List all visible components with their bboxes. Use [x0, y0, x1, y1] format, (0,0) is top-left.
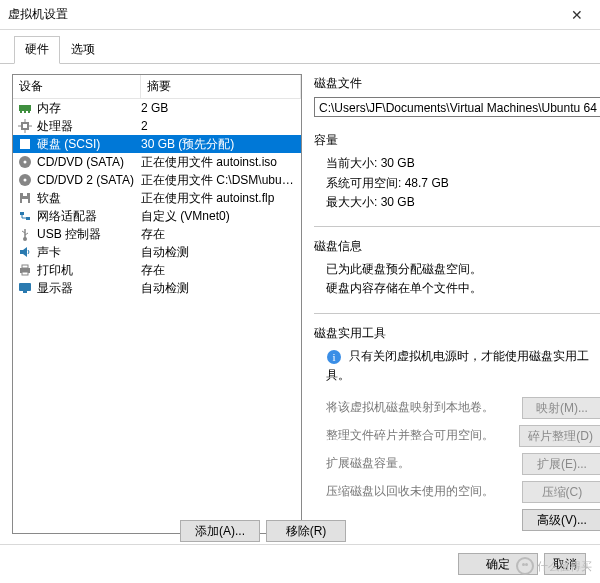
current-size: 当前大小: 30 GB	[314, 154, 600, 173]
tool-expand: 扩展磁盘容量。 扩展(E)...	[314, 453, 600, 475]
device-name: 处理器	[37, 118, 73, 135]
advanced-row: 高级(V)...	[314, 509, 600, 531]
window-title: 虚拟机设置	[8, 6, 68, 23]
usb-icon	[17, 227, 33, 241]
ok-button[interactable]: 确定	[458, 553, 538, 575]
tool-map: 将该虚拟机磁盘映射到本地卷。 映射(M)...	[314, 397, 600, 419]
device-row[interactable]: 显示器自动检测	[13, 279, 301, 297]
svg-rect-25	[22, 265, 28, 268]
capacity-title: 容量	[314, 131, 600, 150]
titlebar: 虚拟机设置 ✕	[0, 0, 600, 30]
device-row[interactable]: 硬盘 (SCSI)30 GB (预先分配)	[13, 135, 301, 153]
svg-rect-0	[19, 105, 31, 111]
device-row[interactable]: 处理器2	[13, 117, 301, 135]
tool-defrag: 整理文件碎片并整合可用空间。 碎片整理(D)	[314, 425, 600, 447]
cpu-icon	[17, 119, 33, 133]
device-name: 网络适配器	[37, 208, 97, 225]
disk-info-title: 磁盘信息	[314, 237, 600, 256]
svg-rect-19	[22, 199, 28, 203]
disk-file-title: 磁盘文件	[314, 74, 600, 93]
svg-text:i: i	[332, 351, 335, 363]
close-button[interactable]: ✕	[554, 0, 600, 30]
detail-pane: 磁盘文件 C:\Users\JF\Documents\Virtual Machi…	[314, 74, 600, 534]
svg-rect-2	[24, 111, 26, 113]
utilities-title: 磁盘实用工具	[314, 324, 600, 343]
disk-file-path[interactable]: C:\Users\JF\Documents\Virtual Machines\U…	[314, 97, 600, 117]
device-summary: 正在使用文件 C:\DSM\ubuntu-...	[141, 172, 301, 189]
device-row[interactable]: 打印机存在	[13, 261, 301, 279]
cd-icon	[17, 173, 33, 187]
device-name: 硬盘 (SCSI)	[37, 136, 100, 153]
device-name: 软盘	[37, 190, 61, 207]
col-device[interactable]: 设备	[13, 75, 141, 98]
defrag-button[interactable]: 碎片整理(D)	[519, 425, 600, 447]
tool-compact: 压缩磁盘以回收未使用的空间。 压缩(C)	[314, 481, 600, 503]
expand-button[interactable]: 扩展(E)...	[522, 453, 600, 475]
col-summary[interactable]: 摘要	[141, 75, 301, 98]
device-summary: 存在	[141, 262, 301, 279]
group-disk-info: 磁盘信息 已为此硬盘预分配磁盘空间。 硬盘内容存储在单个文件中。	[314, 237, 600, 299]
map-button[interactable]: 映射(M)...	[522, 397, 600, 419]
device-summary: 自动检测	[141, 280, 301, 297]
free-space: 系统可用空间: 48.7 GB	[314, 174, 600, 193]
utilities-tip: i 只有关闭虚拟机电源时，才能使用磁盘实用工具。	[314, 347, 600, 385]
separator	[314, 313, 600, 314]
tab-hardware[interactable]: 硬件	[14, 36, 60, 64]
group-capacity: 容量 当前大小: 30 GB 系统可用空间: 48.7 GB 最大大小: 30 …	[314, 131, 600, 212]
device-row[interactable]: 声卡自动检测	[13, 243, 301, 261]
device-name: 内存	[37, 100, 61, 117]
svg-rect-3	[28, 111, 30, 113]
svg-point-12	[24, 143, 26, 145]
svg-rect-26	[22, 272, 28, 275]
svg-point-16	[24, 179, 27, 182]
device-name: 显示器	[37, 280, 73, 297]
device-rows: 内存2 GB处理器2硬盘 (SCSI)30 GB (预先分配)CD/DVD (S…	[13, 99, 301, 533]
tabs: 硬件 选项	[0, 36, 600, 64]
svg-rect-5	[23, 124, 27, 128]
svg-rect-1	[20, 111, 22, 113]
device-row[interactable]: USB 控制器存在	[13, 225, 301, 243]
device-summary: 2 GB	[141, 101, 301, 115]
svg-point-14	[24, 161, 27, 164]
info-icon: i	[326, 349, 342, 365]
memory-icon	[17, 101, 33, 115]
device-summary: 正在使用文件 autoinst.flp	[141, 190, 301, 207]
svg-rect-18	[23, 193, 27, 196]
svg-rect-21	[26, 217, 30, 220]
device-summary: 存在	[141, 226, 301, 243]
content: 设备 摘要 内存2 GB处理器2硬盘 (SCSI)30 GB (预先分配)CD/…	[0, 64, 600, 534]
disk-icon	[17, 137, 33, 151]
add-button[interactable]: 添加(A)...	[180, 520, 260, 542]
device-row[interactable]: CD/DVD 2 (SATA)正在使用文件 C:\DSM\ubuntu-...	[13, 171, 301, 189]
device-name: USB 控制器	[37, 226, 101, 243]
list-header: 设备 摘要	[13, 75, 301, 99]
device-name: CD/DVD 2 (SATA)	[37, 173, 134, 187]
tab-options[interactable]: 选项	[60, 36, 106, 64]
device-name: CD/DVD (SATA)	[37, 155, 124, 169]
device-row[interactable]: 内存2 GB	[13, 99, 301, 117]
dialog-buttons: 确定 取消	[0, 544, 600, 583]
disk-info-line1: 已为此硬盘预分配磁盘空间。	[314, 260, 600, 279]
device-summary: 2	[141, 119, 301, 133]
device-summary: 正在使用文件 autoinst.iso	[141, 154, 301, 171]
floppy-icon	[17, 191, 33, 205]
compact-button[interactable]: 压缩(C)	[522, 481, 600, 503]
advanced-button[interactable]: 高级(V)...	[522, 509, 600, 531]
group-utilities: 磁盘实用工具 i 只有关闭虚拟机电源时，才能使用磁盘实用工具。 将该虚拟机磁盘映…	[314, 324, 600, 532]
max-size: 最大大小: 30 GB	[314, 193, 600, 212]
disk-info-line2: 硬盘内容存储在单个文件中。	[314, 279, 600, 298]
printer-icon	[17, 263, 33, 277]
device-row[interactable]: 软盘正在使用文件 autoinst.flp	[13, 189, 301, 207]
device-buttons: 添加(A)... 移除(R)	[180, 520, 346, 542]
device-summary: 自定义 (VMnet0)	[141, 208, 301, 225]
separator	[314, 226, 600, 227]
cd-icon	[17, 155, 33, 169]
device-row[interactable]: 网络适配器自定义 (VMnet0)	[13, 207, 301, 225]
device-list: 设备 摘要 内存2 GB处理器2硬盘 (SCSI)30 GB (预先分配)CD/…	[12, 74, 302, 534]
device-row[interactable]: CD/DVD (SATA)正在使用文件 autoinst.iso	[13, 153, 301, 171]
cancel-button[interactable]: 取消	[544, 553, 586, 575]
sound-icon	[17, 245, 33, 259]
remove-button[interactable]: 移除(R)	[266, 520, 346, 542]
svg-rect-28	[23, 291, 27, 293]
net-icon	[17, 209, 33, 223]
